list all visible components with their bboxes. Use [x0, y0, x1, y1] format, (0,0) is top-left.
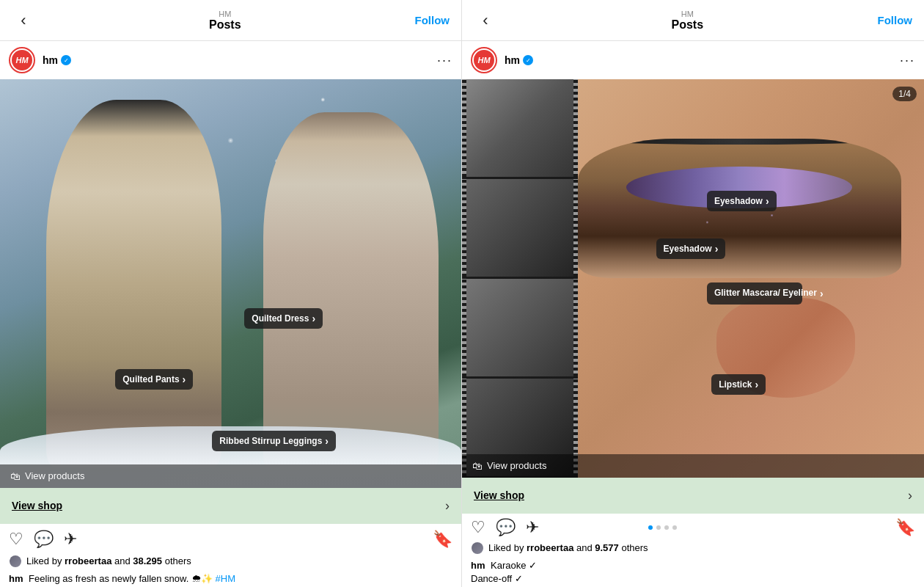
dot-2	[656, 525, 661, 530]
person-right	[263, 112, 439, 472]
comment-icon-1[interactable]: 💬	[34, 530, 54, 549]
tag-eyeshadow-1[interactable]: Eyeshadow	[707, 191, 777, 211]
film-frame-2	[462, 179, 578, 278]
tag-lipstick-label: Lipstick	[719, 379, 752, 390]
tag-ribbed-stirrup[interactable]: Ribbed Stirrup Leggings	[212, 431, 336, 451]
back-button-2[interactable]: ‹	[474, 11, 497, 30]
dot-4	[672, 525, 677, 530]
username-row-2: hm ✓	[505, 54, 892, 66]
heart-icon-2[interactable]: ♡	[471, 518, 485, 537]
top-bar-center-1: HM Posts	[209, 10, 241, 32]
post-2: ‹ HM Posts Follow HM hm ✓ ···	[462, 0, 924, 587]
bag-icon-1: 🛍	[10, 470, 21, 482]
liker-avatar-1	[9, 555, 22, 568]
likes-others-2: others	[621, 542, 648, 553]
brand-label-1: HM	[219, 10, 231, 18]
chevron-right-icon-2: ›	[908, 488, 912, 503]
tag-lipstick[interactable]: Lipstick	[711, 374, 766, 395]
dot-3	[664, 525, 669, 530]
likes-count-2: 9.577	[595, 542, 619, 553]
view-products-label-2: View products	[487, 460, 546, 471]
film-perfs-left-2	[462, 179, 466, 277]
avatar-inner-2: HM	[474, 50, 494, 70]
avatar-1[interactable]: HM	[9, 47, 35, 73]
post-image-2: 1/4 Eyeshadow Eyeshadow Glitter Mascara/…	[462, 79, 924, 478]
caption-row-1: hm Feeling as fresh as newly fallen snow…	[0, 571, 461, 587]
share-icon-1[interactable]: ✈	[64, 530, 77, 549]
caption-username-2[interactable]: hm	[471, 560, 485, 571]
top-bar-center-2: HM Posts	[671, 10, 703, 32]
top-bar-2: ‹ HM Posts Follow	[462, 0, 924, 41]
action-icons-left-2: ♡ 💬 ✈	[471, 518, 539, 537]
tag-eyeshadow-2-label: Eyeshadow	[664, 244, 712, 254]
tag-eyeshadow-2[interactable]: Eyeshadow	[656, 238, 726, 259]
username-1[interactable]: hm	[43, 54, 58, 66]
action-bar-1: ♡ 💬 ✈ 🔖	[0, 524, 461, 555]
follow-button-2[interactable]: Follow	[877, 14, 912, 26]
follow-button-1[interactable]: Follow	[414, 14, 450, 26]
likes-text-2: Liked by rrobeertaa and 9.577 others	[488, 542, 648, 553]
film-perfs-left-3	[462, 279, 466, 376]
username-row-1: hm ✓	[43, 54, 430, 66]
more-button-2[interactable]: ···	[900, 53, 915, 68]
bag-icon-2: 🛍	[472, 460, 483, 472]
person-left	[46, 100, 221, 467]
share-icon-2[interactable]: ✈	[526, 518, 539, 537]
view-shop-1[interactable]: View shop ›	[0, 488, 461, 524]
post-header-1: HM hm ✓ ···	[0, 41, 461, 79]
post-header-2: HM hm ✓ ···	[462, 41, 924, 79]
tag-glitter-mascara[interactable]: Glitter Mascara/ Eyeliner	[707, 282, 802, 305]
post-image-1: Quilted Dress Quilted Pants Ribbed Stirr…	[0, 79, 461, 488]
bookmark-icon-1[interactable]: 🔖	[433, 530, 452, 549]
film-perfs-left-1	[462, 79, 466, 177]
chevron-right-icon-1: ›	[445, 498, 450, 514]
hashtag-1[interactable]: #HM	[216, 573, 235, 584]
action-bar-2: ♡ 💬 ✈ 🔖	[462, 514, 924, 542]
makeup-scene	[462, 79, 924, 478]
likes-row-2: Liked by rrobeertaa and 9.577 others	[462, 542, 924, 558]
likes-others-1: others	[165, 555, 191, 566]
liker-name-2[interactable]: rrobeertaa	[527, 542, 573, 553]
back-button-1[interactable]: ‹	[12, 11, 35, 30]
posts-title-1: Posts	[209, 18, 241, 32]
view-products-label-1: View products	[25, 470, 84, 481]
top-bar-1: ‹ HM Posts Follow	[0, 0, 461, 41]
view-shop-label-1: View shop	[12, 500, 62, 511]
liker-avatar-2	[471, 542, 484, 555]
avatar-2[interactable]: HM	[471, 47, 497, 73]
dots-indicator	[648, 525, 677, 530]
tag-quilted-pants-label: Quilted Pants	[122, 374, 179, 384]
likes-count-1: 38.295	[133, 555, 162, 566]
caption-username-1[interactable]: hm	[9, 573, 23, 584]
liker-name-1[interactable]: rrobeertaa	[65, 555, 111, 566]
view-shop-label-2: View shop	[474, 489, 524, 501]
view-products-bar-1[interactable]: 🛍 View products	[0, 464, 461, 488]
verified-check-icon-2: ✓	[526, 57, 531, 64]
tag-eyeshadow-1-label: Eyeshadow	[714, 196, 763, 206]
avatar-inner-1: HM	[12, 50, 32, 70]
username-2[interactable]: hm	[505, 54, 520, 66]
heart-icon-1[interactable]: ♡	[9, 530, 23, 549]
tag-quilted-pants[interactable]: Quilted Pants	[115, 369, 193, 390]
film-frame-1	[462, 79, 578, 178]
filmstrip	[462, 79, 578, 478]
film-frame-3	[462, 279, 578, 378]
more-button-1[interactable]: ···	[437, 53, 452, 68]
dot-1	[648, 525, 653, 530]
view-products-bar-2[interactable]: 🛍 View products	[462, 454, 924, 478]
verified-check-icon-1: ✓	[64, 57, 69, 64]
winter-scene	[0, 79, 461, 488]
tag-ribbed-stirrup-label: Ribbed Stirrup Leggings	[219, 436, 322, 446]
tag-quilted-dress[interactable]: Quilted Dress	[244, 308, 323, 329]
verified-badge-1: ✓	[61, 55, 71, 65]
verified-badge-2: ✓	[523, 55, 533, 65]
view-shop-2[interactable]: View shop ›	[462, 478, 924, 514]
bookmark-icon-2[interactable]: 🔖	[895, 518, 915, 537]
post-1: ‹ HM Posts Follow HM hm ✓ ··· Quilted Dr…	[0, 0, 462, 587]
tag-glitter-mascara-label: Glitter Mascara/ Eyeliner	[714, 288, 817, 299]
comment-icon-2[interactable]: 💬	[496, 518, 516, 537]
caption-row-2: hm Karaoke ✓Dance-off ✓	[462, 558, 924, 587]
tag-quilted-dress-label: Quilted Dress	[252, 313, 309, 324]
posts-title-2: Posts	[671, 18, 703, 32]
likes-text-1: Liked by rrobeertaa and 38.295 others	[26, 555, 191, 566]
